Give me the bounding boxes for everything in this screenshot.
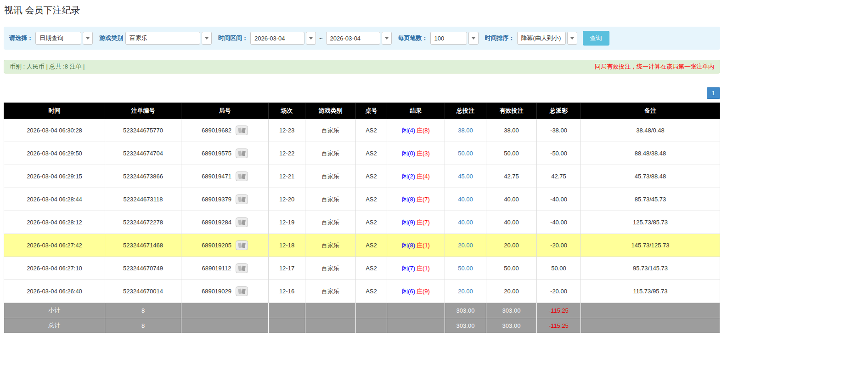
- cell-session: 12-22: [269, 142, 305, 165]
- page-size-input[interactable]: [430, 32, 467, 45]
- total-total-bet: 303.00: [445, 318, 486, 333]
- replay-icon[interactable]: [236, 217, 248, 227]
- total-bet-link[interactable]: 40.00: [458, 196, 473, 203]
- header-bet-id: 注单编号: [105, 103, 181, 119]
- table-row: 2026-03-04 06:27:10 523244670749 6890191…: [4, 257, 720, 280]
- query-type-input[interactable]: [35, 32, 81, 45]
- round-id-text: 689019112: [202, 265, 231, 272]
- cell-payout: -40.00: [537, 188, 581, 211]
- chevron-down-icon[interactable]: [202, 32, 212, 45]
- total-bet-link[interactable]: 50.00: [458, 265, 473, 272]
- cell-session: 12-20: [269, 188, 305, 211]
- chevron-down-icon[interactable]: [468, 32, 479, 45]
- cell-session: 12-17: [269, 257, 305, 280]
- replay-icon[interactable]: [236, 126, 248, 135]
- total-bet-link[interactable]: 40.00: [458, 219, 473, 226]
- cell-bet-id: 523244673866: [105, 165, 181, 188]
- currency-summary-text: 币别 : 人民币 | 总共 :8 注单 |: [10, 63, 85, 71]
- result-player: 闲(7): [402, 265, 415, 272]
- cell-payout: -40.00: [537, 211, 581, 234]
- total-bet-link[interactable]: 20.00: [458, 288, 473, 295]
- result-player: 闲(6): [402, 288, 415, 295]
- cell-payout: 42.75: [537, 165, 581, 188]
- round-id-text: 689019575: [202, 150, 231, 157]
- result-player: 闲(8): [402, 242, 415, 249]
- header-round-id: 局号: [181, 103, 269, 119]
- replay-icon[interactable]: [236, 194, 248, 204]
- cell-result: 闲(2)庄(4): [387, 165, 445, 188]
- cell-total-bet: 50.00: [445, 142, 486, 165]
- total-valid-bet: 303.00: [486, 318, 537, 333]
- cell-result: 闲(6)庄(9): [387, 280, 445, 303]
- header-game-type: 游戏类别: [305, 103, 356, 119]
- time-range-label: 时间区间：: [218, 34, 248, 42]
- date-to-input[interactable]: [326, 32, 380, 45]
- table-row: 2026-03-04 06:27:42 523244671468 6890192…: [4, 234, 720, 257]
- total-empty-cell: [356, 318, 387, 333]
- cell-bet-id: 523244670014: [105, 280, 181, 303]
- cell-remark: 145.73/125.73: [581, 234, 720, 257]
- result-banker: 庄(3): [417, 150, 430, 157]
- cell-result: 闲(0)庄(3): [387, 142, 445, 165]
- cell-payout: -50.00: [537, 142, 581, 165]
- table-row: 2026-03-04 06:26:40 523244670014 6890190…: [4, 280, 720, 303]
- replay-icon[interactable]: [236, 263, 248, 273]
- replay-icon[interactable]: [236, 171, 248, 181]
- cell-result: 闲(4)庄(8): [387, 119, 445, 142]
- subtotal-row: 小计 8 303.00 303.00 -115.25: [4, 303, 720, 318]
- subtotal-total-bet: 303.00: [445, 303, 486, 318]
- subtotal-empty-cell: [581, 303, 720, 318]
- subtotal-payout: -115.25: [537, 303, 581, 318]
- round-id-text: 689019284: [202, 219, 231, 226]
- replay-icon[interactable]: [236, 286, 248, 296]
- cell-time: 2026-03-04 06:27:10: [4, 257, 105, 280]
- cell-payout: -20.00: [537, 234, 581, 257]
- result-player: 闲(0): [402, 150, 415, 157]
- cell-result: 闲(8)庄(7): [387, 188, 445, 211]
- chevron-down-icon[interactable]: [306, 32, 316, 45]
- query-type-label: 请选择：: [9, 34, 33, 42]
- subtotal-empty-cell: [269, 303, 305, 318]
- valid-bet-note: 同局有效投注，统一计算在该局第一张注单内: [595, 63, 714, 71]
- cell-bet-id: 523244672278: [105, 211, 181, 234]
- chevron-down-icon[interactable]: [83, 32, 93, 45]
- search-button[interactable]: 查询: [583, 31, 609, 46]
- content: 请选择： 游戏类别 时间区间： ~ 每页笔数：: [4, 27, 720, 333]
- replay-icon[interactable]: [236, 240, 248, 250]
- chevron-down-icon[interactable]: [567, 32, 577, 45]
- cell-time: 2026-03-04 06:30:28: [4, 119, 105, 142]
- cell-game-type: 百家乐: [305, 211, 356, 234]
- subtotal-empty-cell: [356, 303, 387, 318]
- page-button-1[interactable]: 1: [707, 87, 720, 99]
- page-header: 视讯 会员下注纪录: [0, 0, 868, 20]
- total-bet-link[interactable]: 38.00: [458, 127, 473, 134]
- round-id-text: 689019379: [202, 196, 231, 203]
- cell-valid-bet: 20.00: [486, 280, 537, 303]
- chevron-down-icon[interactable]: [382, 32, 392, 45]
- cell-table-no: AS2: [356, 142, 387, 165]
- total-payout: -115.25: [537, 318, 581, 333]
- table-row: 2026-03-04 06:29:15 523244673866 6890194…: [4, 165, 720, 188]
- cell-session: 12-21: [269, 165, 305, 188]
- cell-round-id: 689019379: [181, 188, 269, 211]
- cell-remark: 95.73/145.73: [581, 257, 720, 280]
- game-type-combo: [125, 32, 212, 45]
- round-id-text: 689019029: [202, 288, 231, 295]
- total-empty-cell: [305, 318, 356, 333]
- replay-icon[interactable]: [236, 149, 248, 158]
- date-range-separator: ~: [319, 35, 323, 42]
- total-bet-link[interactable]: 45.00: [458, 173, 473, 180]
- cell-game-type: 百家乐: [305, 165, 356, 188]
- cell-remark: 88.48/38.48: [581, 142, 720, 165]
- cell-total-bet: 40.00: [445, 188, 486, 211]
- cell-session: 12-16: [269, 280, 305, 303]
- sort-order-input[interactable]: [517, 32, 566, 45]
- game-type-input[interactable]: [125, 32, 200, 45]
- total-bet-link[interactable]: 20.00: [458, 242, 473, 249]
- subtotal-label: 小计: [4, 303, 105, 318]
- cell-bet-id: 523244675770: [105, 119, 181, 142]
- table-row: 2026-03-04 06:29:50 523244674704 6890195…: [4, 142, 720, 165]
- total-bet-link[interactable]: 50.00: [458, 150, 473, 157]
- date-from-input[interactable]: [250, 32, 304, 45]
- cell-bet-id: 523244674704: [105, 142, 181, 165]
